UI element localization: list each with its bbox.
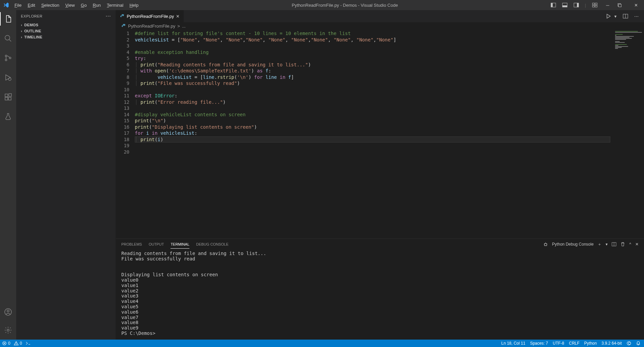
chevron-right-icon: › — [19, 23, 24, 27]
statusbar: 0 0 Ln 18, Col 11 Spaces: 7 UTF-8 CRLF P… — [0, 340, 644, 347]
status-debug-icon[interactable] — [25, 341, 31, 346]
line-gutter: 1234567891011121314151617181920 — [116, 30, 135, 239]
status-eol[interactable]: CRLF — [569, 341, 579, 346]
status-notifications-icon[interactable] — [636, 341, 641, 346]
python-file-icon — [120, 14, 125, 19]
svg-rect-18 — [5, 94, 8, 97]
status-encoding[interactable]: UTF-8 — [553, 341, 564, 346]
customize-layout-icon[interactable] — [590, 1, 600, 9]
chevron-right-icon: › — [19, 35, 24, 39]
svg-line-34 — [546, 246, 547, 246]
minimap[interactable] — [610, 30, 644, 239]
status-language[interactable]: Python — [584, 341, 597, 346]
run-debug-icon[interactable] — [0, 71, 16, 84]
menu-selection[interactable]: Selection — [38, 1, 62, 9]
status-python-version[interactable]: 3.9.2 64-bit — [602, 341, 622, 346]
breadcrumb[interactable]: PythonReadFromFile.py > ... — [116, 22, 644, 30]
svg-line-29 — [544, 243, 545, 244]
svg-point-12 — [5, 35, 10, 40]
layout-left-icon[interactable] — [549, 1, 558, 9]
svg-rect-7 — [595, 3, 597, 5]
debug-icon — [543, 242, 548, 247]
status-warnings[interactable]: 0 — [14, 341, 22, 346]
status-feedback-icon[interactable] — [626, 341, 631, 346]
run-button[interactable] — [604, 12, 612, 20]
extensions-icon[interactable] — [0, 90, 16, 104]
status-errors[interactable]: 0 — [2, 341, 10, 346]
explorer-icon[interactable] — [0, 12, 16, 26]
source-control-icon[interactable] — [0, 51, 16, 65]
panel-tabs: PROBLEMSOUTPUTTERMINALDEBUG CONSOLE Pyth… — [116, 239, 644, 250]
menu-terminal[interactable]: Terminal — [104, 1, 126, 9]
editor-more-icon[interactable]: ⋯ — [633, 12, 640, 20]
new-terminal-icon[interactable]: ＋ — [597, 242, 602, 247]
accounts-icon[interactable] — [0, 305, 16, 319]
menu-view[interactable]: View — [63, 1, 78, 9]
terminal-output[interactable]: Reading contents from file and saving it… — [116, 250, 644, 340]
vscode-logo-icon — [0, 2, 12, 8]
chevron-right-icon: › — [19, 29, 24, 33]
sidebar-title: EXPLORER — [21, 14, 42, 18]
maximize-button[interactable] — [616, 2, 628, 8]
split-editor-icon[interactable] — [621, 12, 630, 20]
panel-tab-terminal[interactable]: TERMINAL — [171, 240, 189, 249]
tab-close-icon[interactable]: ✕ — [176, 14, 180, 19]
svg-rect-11 — [619, 4, 621, 7]
maximize-panel-icon[interactable]: ^ — [629, 242, 631, 247]
close-window-button[interactable]: ✕ — [630, 1, 642, 9]
tab-actions: ▾ ⋯ — [604, 10, 644, 22]
svg-line-30 — [547, 243, 547, 244]
status-ln-col[interactable]: Ln 18, Col 11 — [501, 341, 525, 346]
panel-tab-problems[interactable]: PROBLEMS — [121, 240, 142, 249]
svg-rect-9 — [595, 5, 597, 7]
svg-rect-5 — [577, 3, 579, 7]
editor-body[interactable]: 1234567891011121314151617181920 #define … — [116, 30, 644, 239]
breadcrumb-sep: > — [177, 24, 180, 29]
sidebar-more-icon[interactable]: ⋯ — [105, 13, 111, 19]
terminal-dropdown[interactable]: Python Debug Console — [552, 242, 593, 247]
search-icon[interactable] — [0, 32, 16, 45]
sidebar: EXPLORER ⋯ ›DEMOS›OUTLINE›TIMELINE — [16, 10, 116, 340]
code-content[interactable]: #define list for storing file's content … — [135, 30, 610, 239]
svg-point-17 — [8, 78, 11, 81]
python-file-icon — [121, 24, 126, 28]
kill-terminal-icon[interactable] — [620, 242, 625, 247]
svg-point-43 — [628, 342, 631, 345]
breadcrumb-tail: ... — [182, 24, 186, 29]
tree-section-timeline[interactable]: ›TIMELINE — [16, 34, 116, 40]
menu-edit[interactable]: Edit — [25, 1, 38, 9]
svg-point-24 — [7, 329, 9, 331]
titlebar: FileEditSelectionViewGoRunTerminalHelp P… — [0, 0, 644, 10]
panel-tab-debug-console[interactable]: DEBUG CONSOLE — [196, 240, 228, 249]
testing-icon[interactable] — [0, 110, 16, 123]
editor-area: PythonReadFromFile.py ✕ ▾ ⋯ PythonReadFr… — [116, 10, 644, 340]
split-terminal-icon[interactable] — [612, 242, 616, 247]
tree-section-outline[interactable]: ›OUTLINE — [16, 28, 116, 34]
activity-bar — [0, 10, 16, 340]
svg-point-14 — [5, 55, 7, 57]
menu-file[interactable]: File — [12, 1, 24, 9]
tab-active[interactable]: PythonReadFromFile.py ✕ — [116, 10, 184, 22]
menu-help[interactable]: Help — [127, 1, 141, 9]
window-title: PythonReadFromFile.py - Demos - Visual S… — [141, 3, 549, 8]
layout-right-icon[interactable] — [572, 1, 581, 9]
svg-rect-20 — [8, 97, 11, 100]
panel-tab-output[interactable]: OUTPUT — [149, 240, 164, 249]
close-panel-icon[interactable]: ✕ — [635, 242, 639, 247]
svg-line-13 — [9, 39, 11, 41]
terminal-dropdown-icon[interactable]: ▾ — [606, 242, 608, 247]
svg-point-15 — [5, 59, 7, 61]
settings-gear-icon[interactable] — [0, 323, 16, 337]
svg-rect-21 — [9, 94, 11, 96]
svg-point-27 — [544, 243, 547, 246]
status-spaces[interactable]: Spaces: 7 — [530, 341, 548, 346]
svg-rect-8 — [592, 5, 594, 7]
svg-point-41 — [16, 344, 16, 345]
menu-bar: FileEditSelectionViewGoRunTerminalHelp — [12, 1, 141, 9]
minimize-button[interactable]: ─ — [602, 1, 614, 9]
menu-go[interactable]: Go — [78, 1, 89, 9]
menu-run[interactable]: Run — [90, 1, 103, 9]
layout-bottom-icon[interactable] — [560, 1, 570, 9]
run-dropdown-icon[interactable]: ▾ — [613, 12, 618, 20]
tree-section-demos[interactable]: ›DEMOS — [16, 22, 116, 28]
